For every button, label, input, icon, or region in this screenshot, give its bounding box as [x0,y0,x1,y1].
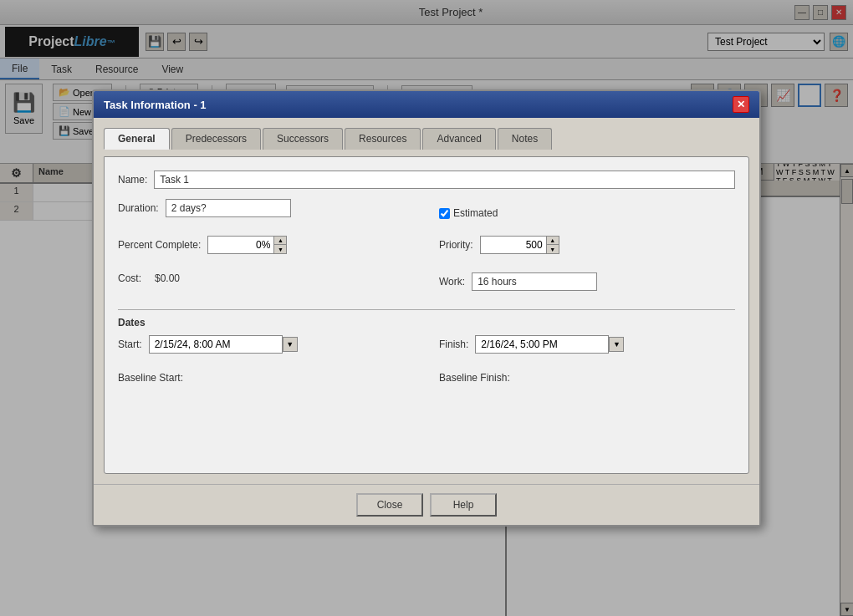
baseline-finish-label: Baseline Finish: [439,372,510,384]
form-group-3: Cost: $0.00 Work: [118,272,735,301]
priority-row: Priority: ▲ ▼ [439,236,735,254]
baseline-start-row: Baseline Start: [118,372,414,384]
cost-label: Cost: [118,272,141,284]
tab-general-content: Name: Duration: Estimated [104,156,749,474]
modal-title-bar: Task Information - 1 ✕ [94,91,759,118]
priority-spinner-btns: ▲ ▼ [547,236,559,254]
finish-dropdown: ▼ [475,335,624,354]
modal-overlay: Task Information - 1 ✕ General Predecess… [0,0,853,616]
percent-up-btn[interactable]: ▲ [274,237,286,245]
modal-help-button[interactable]: Help [430,493,497,517]
modal-close-icon-btn[interactable]: ✕ [733,96,749,113]
baseline-finish-row: Baseline Finish: [439,372,735,384]
baseline-finish-col: Baseline Finish: [439,372,735,394]
estimated-row: Estimated [439,207,498,219]
name-row: Name: [118,171,735,189]
name-label: Name: [118,174,147,186]
priority-label: Priority: [439,239,473,251]
baseline-start-col: Baseline Start: [118,372,414,394]
modal-close-button[interactable]: Close [356,493,423,517]
baseline-row: Baseline Start: Baseline Finish: [118,372,735,394]
left-col-2: Percent Complete: ▲ ▼ [118,236,414,264]
priority-input[interactable] [480,236,547,254]
start-dropdown: ▼ [149,335,298,354]
right-col-3: Work: [439,272,735,301]
start-label: Start: [118,339,142,350]
start-col: Start: ▼ [118,335,414,364]
duration-label: Duration: [118,202,159,214]
modal-title: Task Information - 1 [104,99,207,111]
finish-input[interactable] [475,335,609,354]
dates-section: Dates Start: ▼ [118,309,735,394]
tab-resources[interactable]: Resources [345,128,421,150]
percent-label: Percent Complete: [118,239,201,251]
finish-dropdown-btn[interactable]: ▼ [609,337,624,352]
start-finish-row: Start: ▼ Finish: [118,335,735,364]
task-information-modal: Task Information - 1 ✕ General Predecess… [92,89,761,527]
form-group-2: Percent Complete: ▲ ▼ [118,236,735,264]
estimated-label: Estimated [453,207,498,219]
modal-content: General Predecessors Successors Resource… [94,118,759,484]
start-input[interactable] [149,335,283,354]
form-group-1: Duration: Estimated [118,199,735,227]
start-row: Start: ▼ [118,335,414,354]
right-col-2: Priority: ▲ ▼ [439,236,735,264]
cost-row: Cost: $0.00 [118,272,414,284]
finish-row: Finish: ▼ [439,335,735,354]
start-dropdown-btn[interactable]: ▼ [283,337,298,352]
right-col: Estimated [439,199,735,227]
tab-general[interactable]: General [104,128,170,150]
finish-col: Finish: ▼ [439,335,735,364]
tab-predecessors[interactable]: Predecessors [171,128,261,150]
priority-down-btn[interactable]: ▼ [547,245,559,253]
percent-spinner-btns: ▲ ▼ [274,236,287,254]
tab-notes[interactable]: Notes [498,128,552,150]
duration-input[interactable] [166,199,291,217]
finish-label: Finish: [439,339,468,350]
left-col: Duration: [118,199,414,227]
duration-row: Duration: [118,199,414,217]
tab-bar: General Predecessors Successors Resource… [104,128,749,150]
left-col-3: Cost: $0.00 [118,272,414,301]
dates-title: Dates [118,317,735,328]
work-label: Work: [439,276,465,288]
cost-value: $0.00 [155,272,180,284]
priority-spinner: ▲ ▼ [480,236,559,254]
percent-down-btn[interactable]: ▼ [274,245,286,253]
percent-row: Percent Complete: ▲ ▼ [118,236,414,254]
priority-up-btn[interactable]: ▲ [547,237,559,245]
estimated-checkbox[interactable] [439,208,450,219]
tab-advanced[interactable]: Advanced [422,128,495,150]
modal-footer: Close Help [94,484,759,525]
name-input[interactable] [154,171,735,189]
work-input[interactable] [472,272,597,291]
percent-spinner: ▲ ▼ [207,236,287,254]
work-row: Work: [439,272,735,291]
tab-successors[interactable]: Successors [263,128,343,150]
baseline-start-label: Baseline Start: [118,372,183,384]
percent-input[interactable] [207,236,274,254]
